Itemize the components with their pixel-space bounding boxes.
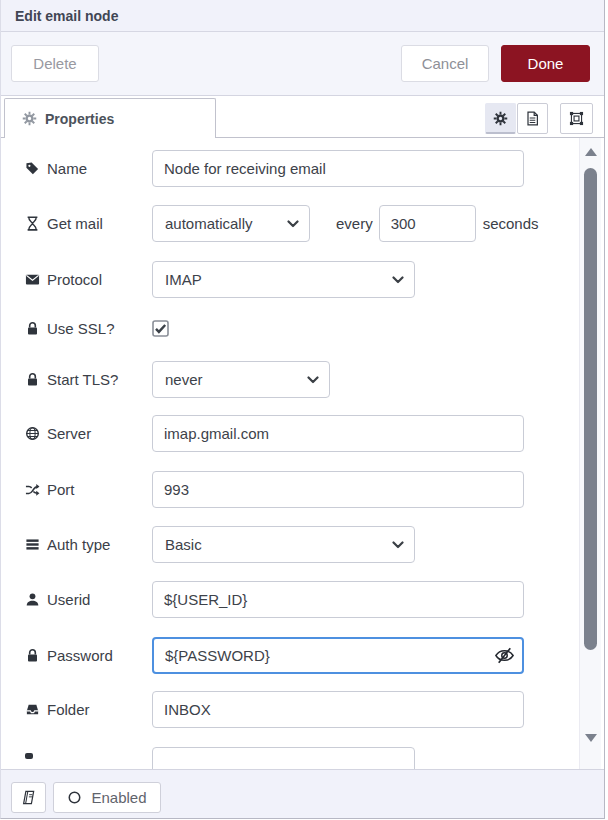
dialog-title: Edit email node: [15, 8, 118, 24]
properties-form: Name Get mail automatically every second…: [1, 138, 604, 769]
partial-select[interactable]: [152, 747, 415, 769]
protocol-select[interactable]: IMAP: [152, 261, 415, 298]
gear-icon: [493, 111, 508, 126]
chevron-down-icon: [392, 541, 404, 549]
edit-email-node-dialog: Edit email node Delete Cancel Done Prope…: [0, 0, 608, 820]
node-help-button[interactable]: [11, 782, 46, 813]
auth-type-select[interactable]: Basic: [152, 526, 415, 563]
appearance-view-button[interactable]: [560, 103, 593, 134]
eye-slash-icon: [494, 645, 515, 666]
password-input[interactable]: [152, 637, 524, 674]
lock-icon: [25, 372, 40, 387]
properties-view-button[interactable]: [485, 103, 516, 134]
start-tls-select[interactable]: never: [152, 361, 330, 398]
get-mail-select[interactable]: automatically: [152, 205, 310, 242]
circle-icon: [67, 790, 82, 805]
gear-icon: [22, 111, 37, 126]
enabled-label: Enabled: [91, 789, 146, 806]
object-group-icon: [569, 111, 584, 126]
tab-properties[interactable]: Properties: [4, 98, 216, 138]
scroll-up-arrow[interactable]: [585, 148, 597, 156]
form-row-folder: Folder: [1, 691, 566, 728]
lock-icon: [25, 321, 40, 336]
name-input[interactable]: [152, 150, 524, 187]
tag-icon: [25, 161, 40, 176]
userid-label: Userid: [47, 591, 90, 608]
form-row-protocol: Protocol IMAP: [1, 261, 566, 298]
file-text-icon: [525, 111, 540, 126]
scroll-down-arrow[interactable]: [585, 734, 597, 742]
vertical-scrollbar: [579, 138, 601, 769]
folder-input[interactable]: [152, 691, 524, 728]
scrollbar-thumb[interactable]: [584, 168, 597, 650]
chevron-down-icon: [287, 220, 299, 228]
form-row-partial: [1, 747, 566, 769]
done-button[interactable]: Done: [501, 45, 590, 82]
form-row-get-mail: Get mail automatically every seconds: [1, 205, 566, 242]
form-row-auth-type: Auth type Basic: [1, 526, 566, 563]
every-label: every: [336, 215, 373, 232]
form-row-use-ssl: Use SSL?: [1, 318, 566, 338]
use-ssl-checkbox[interactable]: [152, 320, 169, 337]
password-label: Password: [47, 647, 113, 664]
use-ssl-label: Use SSL?: [47, 320, 115, 337]
form-row-password: Password: [1, 637, 566, 674]
book-icon: [21, 790, 36, 805]
seconds-label: seconds: [483, 215, 539, 232]
shuffle-icon: [25, 482, 40, 497]
port-input[interactable]: [152, 471, 524, 508]
form-row-start-tls: Start TLS? never: [1, 361, 566, 398]
lock-icon: [25, 648, 40, 663]
form-row-userid: Userid: [1, 581, 566, 618]
dialog-panel: Edit email node Delete Cancel Done Prope…: [0, 0, 605, 819]
chevron-down-icon: [307, 376, 319, 384]
action-bar: Delete Cancel Done: [1, 32, 604, 96]
folder-label: Folder: [47, 701, 90, 718]
globe-icon: [25, 426, 40, 441]
toggle-password-visibility-button[interactable]: [494, 645, 515, 666]
auth-type-label: Auth type: [47, 536, 110, 553]
get-mail-label: Get mail: [47, 215, 103, 232]
cancel-button[interactable]: Cancel: [401, 45, 489, 82]
name-label: Name: [47, 160, 87, 177]
form-row-port: Port: [1, 471, 566, 508]
tab-bar: Properties: [1, 96, 604, 138]
form-row-server: Server: [1, 415, 566, 452]
description-view-button[interactable]: [517, 103, 548, 134]
enabled-toggle-button[interactable]: Enabled: [53, 782, 161, 813]
server-input[interactable]: [152, 415, 524, 452]
dialog-header: Edit email node: [1, 0, 604, 32]
delete-button[interactable]: Delete: [11, 45, 99, 82]
start-tls-label: Start TLS?: [47, 371, 118, 388]
envelope-icon: [25, 272, 40, 287]
server-label: Server: [47, 425, 91, 442]
field-icon: [25, 753, 33, 759]
userid-input[interactable]: [152, 581, 524, 618]
form-row-name: Name: [1, 150, 566, 187]
port-label: Port: [47, 481, 75, 498]
interval-input[interactable]: [379, 205, 476, 242]
footer-bar: Enabled: [1, 769, 604, 818]
user-icon: [25, 592, 40, 607]
hourglass-icon: [25, 216, 40, 231]
protocol-label: Protocol: [47, 271, 102, 288]
tab-properties-label: Properties: [45, 111, 114, 127]
inbox-icon: [25, 702, 40, 717]
chevron-down-icon: [392, 276, 404, 284]
list-icon: [25, 537, 40, 552]
